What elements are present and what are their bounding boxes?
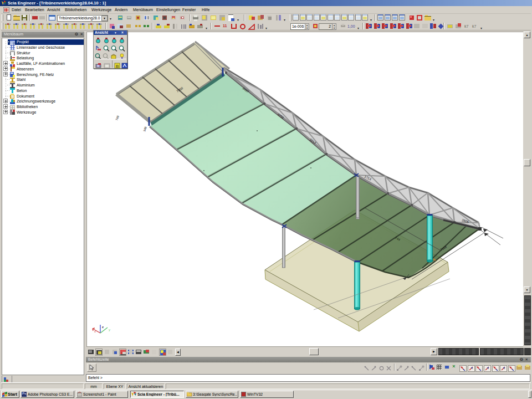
svg-text:349: 349 <box>142 126 147 132</box>
svg-text:x: x <box>94 330 96 333</box>
svg-text:B: B <box>116 64 119 69</box>
svg-text:y: y <box>109 328 110 331</box>
svg-text:749: 749 <box>115 115 120 121</box>
svg-text:z: z <box>102 325 104 329</box>
